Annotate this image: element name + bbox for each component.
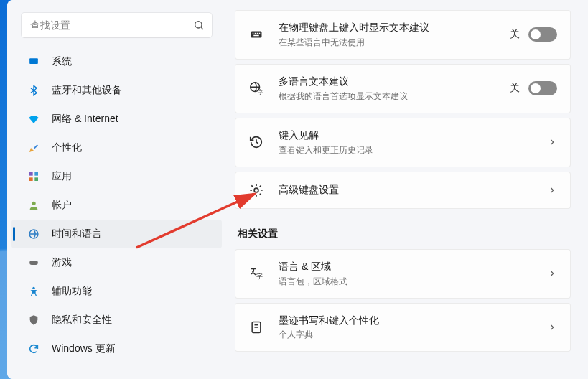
privacy-icon: [27, 314, 40, 327]
svg-point-10: [32, 287, 34, 289]
history-icon: [248, 134, 264, 150]
card-title: 语言 & 区域: [279, 260, 547, 273]
svg-rect-16: [253, 35, 259, 37]
svg-text:字: 字: [256, 273, 263, 280]
svg-rect-15: [259, 33, 261, 34]
card-title: 在物理键盘上键入时显示文本建议: [279, 21, 510, 34]
update-icon: [27, 342, 40, 355]
gaming-icon: [27, 256, 40, 269]
sidebar-item-label: 应用: [52, 170, 72, 183]
sidebar-item-time-language[interactable]: 时间和语言: [11, 220, 222, 248]
sidebar-item-accessibility[interactable]: 辅助功能: [11, 277, 222, 306]
svg-line-1: [201, 27, 203, 29]
system-icon: [27, 55, 40, 68]
sidebar-item-label: 网络 & Internet: [52, 113, 118, 126]
toggle-switch[interactable]: [528, 81, 557, 95]
svg-rect-4: [34, 172, 38, 176]
svg-point-19: [254, 188, 258, 192]
sidebar-item-label: 帐户: [52, 199, 72, 212]
svg-rect-5: [29, 177, 33, 181]
svg-rect-9: [29, 261, 38, 265]
apps-icon: [27, 170, 40, 183]
svg-rect-2: [29, 58, 38, 64]
svg-rect-11: [251, 32, 262, 38]
card-inking-typing[interactable]: 墨迹书写和键入个性化 个人字典: [235, 303, 571, 352]
sidebar-item-privacy[interactable]: 隐私和安全性: [11, 306, 222, 334]
toggle-switch[interactable]: [528, 27, 557, 42]
sidebar-item-label: 游戏: [52, 256, 72, 269]
sidebar: 系统 蓝牙和其他设备 网络 & Internet 个性化: [7, 0, 226, 379]
card-subtitle: 查看键入和更正历史记录: [279, 144, 547, 156]
card-physical-keyboard-suggestions[interactable]: 在物理键盘上键入时显示文本建议 在某些语言中无法使用 关: [235, 10, 571, 60]
card-title: 多语言文本建议: [279, 75, 510, 88]
sidebar-item-personalize[interactable]: 个性化: [11, 134, 222, 162]
accessibility-icon: [27, 285, 40, 298]
card-advanced-keyboard[interactable]: 高级键盘设置: [235, 172, 571, 209]
sidebar-item-apps[interactable]: 应用: [11, 162, 222, 191]
search-input[interactable]: [22, 13, 212, 37]
chevron-right-icon: [547, 185, 557, 195]
personalize-icon: [27, 141, 40, 154]
svg-text:字: 字: [258, 90, 263, 96]
time-language-icon: [27, 228, 40, 240]
svg-rect-6: [34, 177, 38, 181]
chevron-right-icon: [547, 268, 557, 279]
sidebar-item-label: 个性化: [52, 141, 82, 154]
globe-language-icon: 字: [248, 80, 264, 96]
chevron-right-icon: [547, 322, 557, 332]
sidebar-item-label: 辅助功能: [52, 285, 92, 298]
card-title: 键入见解: [279, 128, 547, 142]
svg-rect-3: [29, 172, 33, 176]
related-settings-heading: 相关设置: [238, 228, 568, 240]
toggle-state-label: 关: [510, 82, 520, 95]
card-subtitle: 根据我的语言首选项显示文本建议: [279, 90, 510, 103]
card-subtitle: 个人字典: [279, 329, 547, 341]
gear-icon: [248, 182, 264, 198]
svg-rect-12: [253, 33, 254, 34]
svg-rect-13: [255, 33, 256, 34]
chevron-right-icon: [547, 137, 557, 147]
card-title: 高级键盘设置: [279, 183, 547, 197]
search-wrap: [22, 13, 212, 37]
svg-rect-14: [257, 33, 258, 34]
card-typing-insights[interactable]: 键入见解 查看键入和更正历史记录: [235, 118, 571, 167]
sidebar-item-label: Windows 更新: [52, 342, 116, 355]
dictionary-icon: [248, 319, 264, 335]
card-title: 墨迹书写和键入个性化: [279, 314, 547, 327]
svg-point-7: [32, 202, 35, 205]
card-subtitle: 语言包，区域格式: [279, 276, 547, 288]
language-region-icon: 字: [248, 266, 264, 281]
account-icon: [27, 199, 40, 212]
keyboard-icon: [248, 27, 264, 42]
sidebar-item-label: 蓝牙和其他设备: [52, 84, 122, 97]
card-language-region[interactable]: 字 语言 & 区域 语言包，区域格式: [235, 249, 571, 299]
sidebar-item-label: 时间和语言: [52, 228, 102, 240]
sidebar-item-system[interactable]: 系统: [11, 47, 222, 76]
nav-list: 系统 蓝牙和其他设备 网络 & Internet 个性化: [7, 47, 226, 363]
card-multilang-suggestions[interactable]: 字 多语言文本建议 根据我的语言首选项显示文本建议 关: [235, 64, 571, 113]
toggle-state-label: 关: [510, 28, 520, 41]
search-icon: [193, 19, 205, 31]
main-content: 在物理键盘上键入时显示文本建议 在某些语言中无法使用 关 字 多语言文本建议 根…: [226, 0, 588, 379]
sidebar-item-label: 系统: [52, 55, 72, 68]
network-icon: [27, 113, 40, 126]
card-subtitle: 在某些语言中无法使用: [279, 37, 510, 49]
sidebar-item-gaming[interactable]: 游戏: [11, 248, 222, 277]
bluetooth-icon: [27, 84, 40, 97]
sidebar-item-account[interactable]: 帐户: [11, 191, 222, 220]
svg-point-0: [195, 22, 202, 28]
sidebar-item-network[interactable]: 网络 & Internet: [11, 105, 222, 134]
sidebar-item-bluetooth[interactable]: 蓝牙和其他设备: [11, 76, 222, 105]
sidebar-item-label: 隐私和安全性: [52, 314, 112, 327]
sidebar-item-windows-update[interactable]: Windows 更新: [11, 334, 222, 363]
